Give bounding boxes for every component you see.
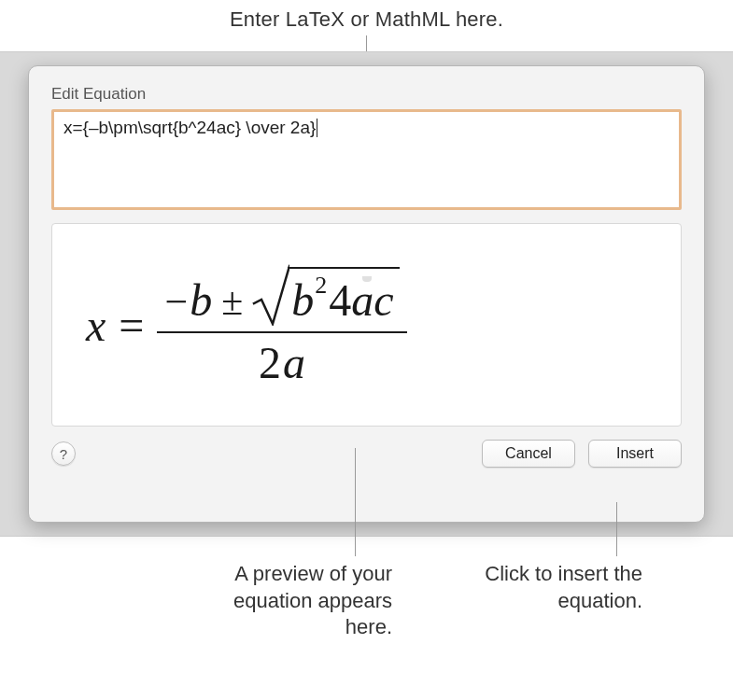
- callout-insert-hint: Click to insert the equation.: [437, 561, 642, 614]
- callout-line: [616, 502, 617, 556]
- dialog-button-row: ? Cancel Insert: [51, 440, 682, 468]
- eq-numerator: − b ± b 2 4 a c: [157, 262, 406, 333]
- insert-button[interactable]: Insert: [588, 440, 682, 468]
- eq-plus-minus: ±: [221, 279, 243, 324]
- eq-sqrt: b 2 4 a c: [252, 264, 399, 326]
- input-notch: [362, 276, 372, 282]
- eq-rad-c: c: [374, 274, 393, 326]
- eq-denominator: 2a: [259, 333, 305, 388]
- edit-equation-dialog: Edit Equation x={–b\pm\sqrt{b^24ac} \ove…: [28, 65, 705, 523]
- eq-radicand: b 2 4 a c: [288, 267, 399, 326]
- cancel-button[interactable]: Cancel: [482, 440, 575, 468]
- text-cursor: [317, 119, 317, 137]
- equation-preview: x = − b ± b 2 4 a: [51, 223, 682, 427]
- eq-rad-b: b: [291, 274, 314, 326]
- eq-rad-4: 4: [329, 274, 351, 326]
- callout-input-hint: Enter LaTeX or MathML here.: [0, 7, 733, 32]
- eq-denom-a: a: [283, 338, 305, 387]
- callout-line: [355, 448, 356, 556]
- equation-input-text: x={–b\pm\sqrt{b^24ac} \over 2a}: [63, 118, 316, 137]
- dialog-title: Edit Equation: [51, 85, 682, 104]
- bottom-callouts: A preview of your equation appears here.…: [0, 518, 733, 700]
- equation-input[interactable]: x={–b\pm\sqrt{b^24ac} \over 2a}: [51, 109, 682, 210]
- rendered-equation: x = − b ± b 2 4 a: [86, 262, 407, 388]
- eq-rad-a: a: [351, 274, 374, 326]
- callout-preview-hint: A preview of your equation appears here.: [205, 561, 392, 641]
- radical-icon: [252, 264, 289, 326]
- eq-equals: =: [119, 300, 144, 351]
- eq-variable-x: x: [86, 300, 106, 351]
- eq-denom-2: 2: [259, 338, 281, 387]
- eq-rad-exp: 2: [315, 272, 327, 300]
- eq-b: b: [190, 274, 212, 326]
- eq-minus: −: [164, 278, 188, 326]
- help-button[interactable]: ?: [51, 441, 76, 466]
